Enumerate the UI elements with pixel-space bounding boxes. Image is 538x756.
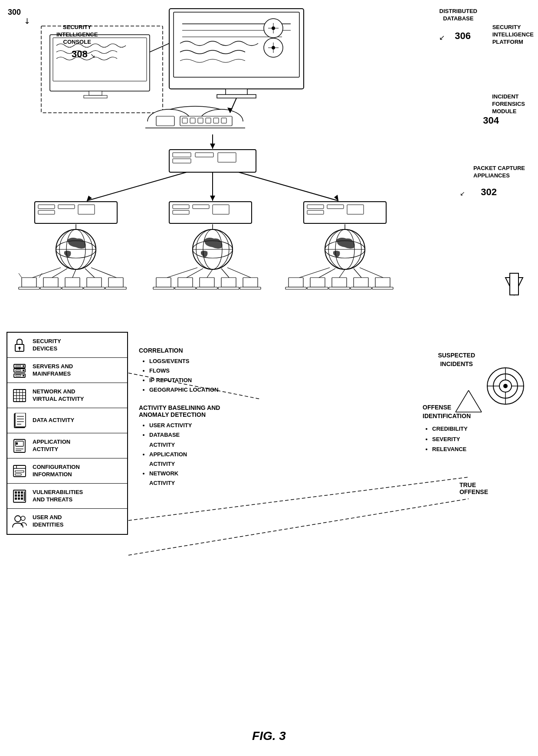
svg-rect-30 — [198, 118, 203, 123]
correlation-item-3: IP REPUTATION — [149, 376, 382, 385]
svg-rect-183 — [15, 497, 17, 500]
security-devices-label: SECURITYDEVICES — [33, 338, 61, 353]
svg-line-113 — [227, 268, 251, 278]
offense-identification-title: OFFENSEIDENTIFICATION — [423, 403, 471, 420]
svg-line-62 — [239, 172, 338, 201]
svg-point-23 — [200, 109, 243, 134]
svg-point-78 — [328, 229, 361, 269]
svg-rect-116 — [310, 278, 325, 287]
svg-rect-13 — [226, 89, 247, 95]
svg-point-79 — [325, 241, 365, 258]
svg-rect-82 — [22, 278, 36, 287]
svg-rect-26 — [156, 116, 174, 126]
svg-rect-56 — [327, 205, 344, 209]
svg-rect-92 — [108, 278, 123, 287]
svg-point-5 — [264, 19, 283, 38]
ifm-label: INCIDENTFORENSICSMODULE — [492, 93, 525, 115]
grid-icon — [12, 388, 27, 403]
svg-point-67 — [56, 241, 96, 258]
svg-rect-53 — [304, 202, 386, 223]
svg-point-187 — [15, 516, 21, 522]
svg-line-58 — [87, 172, 187, 201]
svg-line-34 — [230, 98, 236, 113]
svg-rect-107 — [243, 278, 258, 287]
svg-rect-24 — [145, 121, 245, 139]
svg-point-8 — [272, 26, 275, 30]
svg-marker-61 — [210, 196, 215, 201]
svg-line-96 — [72, 269, 76, 278]
target-circle — [486, 367, 525, 406]
svg-rect-186 — [24, 491, 25, 501]
svg-point-22 — [148, 109, 191, 134]
svg-line-85 — [19, 273, 22, 278]
offense-identification-area: OFFENSEIDENTIFICATION CREDIBILITY SEVERI… — [423, 403, 471, 454]
server-icon — [12, 363, 27, 378]
svg-rect-55 — [307, 210, 324, 214]
pca-arrow: ↙ — [460, 190, 465, 197]
activity-baselining-title: ACTIVITY BASELINING ANDANOMALY DETECTION — [139, 404, 382, 418]
svg-rect-104 — [197, 287, 217, 289]
svg-rect-178 — [18, 491, 20, 494]
svg-marker-59 — [87, 196, 92, 201]
panel-item-security-devices: SECURITYDEVICES — [7, 333, 127, 358]
data-activity-label: DATA ACTIVITY — [33, 417, 74, 424]
svg-rect-28 — [182, 118, 187, 123]
svg-rect-0 — [169, 9, 304, 89]
activity-item-1: USER ACTIVITY — [149, 421, 382, 430]
svg-rect-106 — [218, 287, 239, 289]
svg-rect-52 — [213, 205, 229, 214]
svg-rect-89 — [62, 287, 83, 289]
svg-rect-40 — [218, 153, 236, 162]
svg-line-124 — [299, 268, 330, 278]
svg-rect-184 — [18, 497, 20, 500]
svg-rect-123 — [372, 287, 393, 289]
svg-rect-102 — [175, 287, 196, 289]
svg-line-84 — [39, 273, 42, 278]
svg-line-126 — [339, 269, 345, 278]
offense-item-severity: SEVERITY — [432, 434, 471, 444]
svg-point-70 — [193, 229, 233, 269]
svg-rect-36 — [169, 150, 256, 172]
activity-item-2: DATABASEACTIVITY — [149, 430, 382, 449]
panel-item-servers: SERVERS ANDMAINFRAMES — [7, 358, 127, 383]
svg-rect-147 — [16, 375, 21, 376]
svg-rect-88 — [65, 278, 80, 287]
file-icon — [12, 413, 27, 429]
svg-point-77 — [335, 229, 354, 269]
svg-rect-145 — [16, 370, 21, 371]
svg-rect-161 — [15, 413, 26, 427]
svg-point-76 — [325, 229, 365, 269]
svg-rect-51 — [193, 205, 209, 209]
svg-point-142 — [23, 365, 24, 367]
user-identities-label: USER ANDIDENTITIES — [33, 514, 64, 529]
svg-rect-181 — [18, 494, 20, 497]
vulnerabilities-label: VULNERABILITIESAND THREATS — [33, 489, 83, 504]
grid2-icon — [12, 488, 27, 504]
svg-point-12 — [272, 46, 275, 49]
svg-rect-144 — [16, 365, 21, 367]
svg-rect-83 — [19, 287, 39, 289]
svg-rect-48 — [169, 202, 252, 223]
svg-rect-122 — [375, 278, 390, 287]
correlation-title: CORRELATION — [139, 347, 382, 354]
svg-rect-29 — [190, 118, 195, 123]
svg-point-71 — [203, 229, 222, 269]
panel-item-vulnerabilities: VULNERABILITIESAND THREATS — [7, 484, 127, 509]
sic-num: 308 — [72, 49, 88, 60]
svg-rect-86 — [43, 278, 58, 287]
distributed-database-num: 306 — [455, 30, 471, 42]
svg-point-188 — [21, 516, 25, 520]
panel-item-application: APPLICATIONACTIVITY — [7, 433, 127, 458]
svg-rect-182 — [21, 494, 23, 497]
suspected-incidents-label: SUSPECTEDINCIDENTS — [438, 351, 475, 368]
svg-line-98 — [91, 268, 116, 278]
svg-rect-93 — [105, 287, 126, 289]
svg-marker-42 — [210, 144, 215, 149]
svg-line-125 — [319, 268, 335, 278]
offense-item-relevance: RELEVANCE — [432, 444, 471, 454]
svg-rect-121 — [351, 287, 371, 289]
svg-rect-115 — [285, 287, 306, 289]
svg-rect-119 — [329, 287, 350, 289]
svg-point-21 — [154, 106, 236, 137]
svg-rect-14 — [217, 95, 256, 98]
